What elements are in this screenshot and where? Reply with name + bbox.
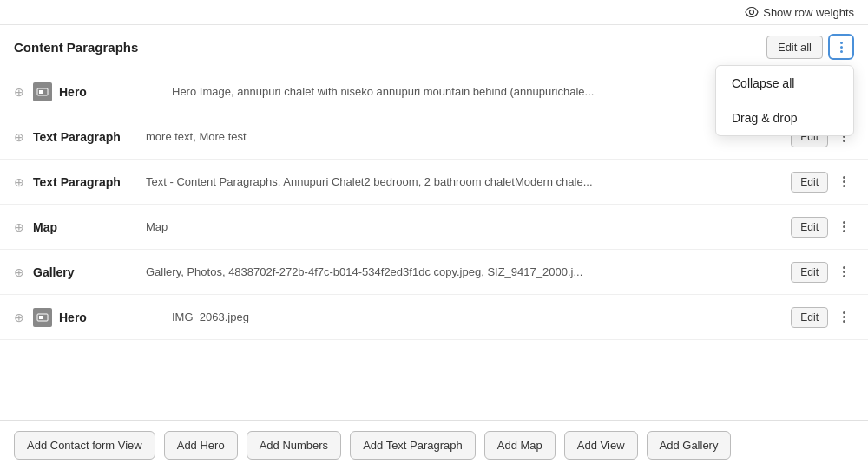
top-bar: Show row weights: [0, 0, 868, 25]
row-actions-4: Edit: [791, 217, 854, 238]
row-name-4: Map: [33, 220, 146, 234]
dot-3: [840, 50, 843, 53]
drag-handle[interactable]: ⊕: [14, 220, 24, 234]
row-more-button-6[interactable]: [833, 307, 854, 328]
edit-all-button[interactable]: Edit all: [766, 36, 823, 59]
row-more-button-3[interactable]: [833, 172, 854, 193]
edit-button-row-6[interactable]: Edit: [791, 307, 828, 328]
dot-a: [843, 266, 845, 269]
add-map-button[interactable]: Add Map: [484, 431, 556, 460]
drag-handle[interactable]: ⊕: [14, 265, 24, 279]
content-paragraphs-title: Content Paragraphs: [14, 40, 138, 55]
dropdown-menu: Collapse all Drag & drop: [715, 65, 854, 136]
svg-rect-2: [39, 90, 43, 94]
row-actions-3: Edit: [791, 172, 854, 193]
svg-point-0: [750, 10, 754, 15]
content-header: Content Paragraphs Edit all Collapse all…: [0, 25, 868, 69]
table-row: ⊕ Text Paragraph Text - Content Paragrap…: [0, 160, 868, 205]
row-desc-2: more text, More test: [146, 130, 782, 143]
table-row: ⊕ Map Map Edit: [0, 205, 868, 250]
row-name-1: Hero: [59, 85, 172, 99]
dot-c: [843, 230, 845, 232]
dot-1: [840, 42, 843, 44]
add-numbers-button[interactable]: Add Numbers: [247, 431, 341, 460]
table-row: ⊕ Gallery Gallery, Photos, 4838702f-272b…: [0, 250, 868, 295]
dot-b: [843, 225, 845, 228]
drag-handle[interactable]: ⊕: [14, 310, 24, 324]
more-options-button[interactable]: [828, 34, 854, 60]
show-row-weights-toggle[interactable]: Show row weights: [745, 5, 854, 19]
dot-2: [840, 46, 843, 49]
header-actions: Edit all Collapse all Drag & drop: [766, 34, 854, 60]
svg-rect-4: [39, 316, 43, 319]
drag-handle[interactable]: ⊕: [14, 175, 24, 189]
row-actions-6: Edit: [791, 307, 854, 328]
row-name-3: Text Paragraph: [33, 175, 146, 189]
row-desc-6: IMG_2063.jpeg: [172, 310, 782, 323]
add-hero-button[interactable]: Add Hero: [164, 431, 238, 460]
edit-button-row-5[interactable]: Edit: [791, 262, 828, 283]
row-name-5: Gallery: [33, 265, 146, 279]
edit-button-row-4[interactable]: Edit: [791, 217, 828, 238]
dot-c: [843, 275, 845, 277]
add-text-paragraph-button[interactable]: Add Text Paragraph: [350, 431, 476, 460]
footer-bar: Add Contact form View Add Hero Add Numbe…: [0, 420, 868, 470]
table-row: ⊕ Hero IMG_2063.jpeg Edit: [0, 295, 868, 340]
show-row-weights-label: Show row weights: [763, 6, 854, 19]
eye-icon: [745, 5, 759, 19]
dot-c: [843, 185, 845, 187]
add-gallery-button[interactable]: Add Gallery: [647, 431, 732, 460]
dot-a: [843, 176, 845, 179]
add-contact-form-view-button[interactable]: Add Contact form View: [14, 431, 155, 460]
row-desc-3: Text - Content Paragraphs, Annupuri Chal…: [146, 175, 782, 188]
dot-b: [843, 180, 845, 183]
dot-a: [843, 311, 845, 314]
row-name-6: Hero: [59, 310, 172, 324]
dot-c: [843, 140, 845, 142]
dot-b: [843, 316, 845, 318]
row-desc-5: Gallery, Photos, 4838702f-272b-4f7c-b014…: [146, 265, 782, 278]
row-actions-5: Edit: [791, 262, 854, 283]
dot-a: [843, 221, 845, 224]
dot-c: [843, 320, 845, 323]
row-more-button-4[interactable]: [833, 217, 854, 238]
dot-b: [843, 271, 845, 273]
drag-handle[interactable]: ⊕: [14, 130, 24, 144]
dropdown-drag-drop[interactable]: Drag & drop: [716, 101, 853, 135]
row-desc-4: Map: [146, 220, 782, 233]
hero-icon-1: [33, 82, 52, 101]
dropdown-collapse-all[interactable]: Collapse all: [716, 66, 853, 101]
edit-button-row-3[interactable]: Edit: [791, 172, 828, 193]
row-name-2: Text Paragraph: [33, 130, 146, 144]
hero-icon-2: [33, 308, 52, 327]
row-more-button-5[interactable]: [833, 262, 854, 283]
drag-handle[interactable]: ⊕: [14, 85, 24, 99]
add-view-button[interactable]: Add View: [564, 431, 638, 460]
